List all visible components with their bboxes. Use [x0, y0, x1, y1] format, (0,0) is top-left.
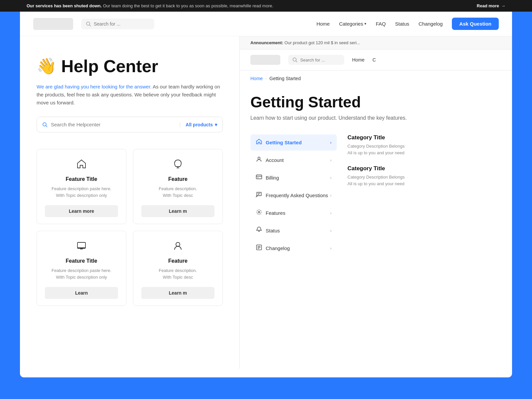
right-content-area: Getting Started › Accou: [240, 124, 512, 268]
card-3-title: Feature Title: [66, 258, 97, 264]
account-icon: [256, 156, 262, 164]
svg-point-2: [43, 123, 46, 126]
breadcrumb-separator: ·: [265, 76, 267, 81]
card-1-desc: Feature description paste here.With Topi…: [52, 186, 111, 199]
feature-cards-grid: Feature Title Feature description paste …: [37, 149, 223, 306]
arrow-icon: →: [501, 3, 505, 8]
card-1-title: Feature Title: [66, 176, 97, 182]
category-2-desc: Category Description BelongsAll is up to…: [347, 174, 501, 187]
products-label: All products: [186, 122, 213, 127]
right-nav-categories[interactable]: C: [372, 57, 376, 63]
nav-changelog[interactable]: Changelog: [419, 21, 443, 27]
right-search-icon: [292, 57, 298, 63]
logo: [33, 18, 73, 30]
sidebar-item-billing[interactable]: Billing ›: [250, 170, 337, 186]
sidebar-changelog-chevron: ›: [330, 246, 332, 251]
card-2-desc: Feature description.With Topic desc: [159, 186, 197, 199]
help-center-title: Help Center: [61, 56, 158, 76]
right-search-input[interactable]: [300, 58, 340, 63]
svg-point-0: [86, 22, 90, 25]
announcement-bar: Our services has been shuted down. Our t…: [0, 0, 532, 12]
breadcrumb-current: Getting Started: [269, 76, 301, 81]
header: Home Categories FAQ Status Changelog Ask…: [20, 12, 512, 36]
category-1-title: Category Title: [347, 134, 501, 141]
card-4-learn-more-button[interactable]: Learn m: [141, 287, 214, 299]
nav-status[interactable]: Status: [395, 21, 409, 27]
card-4-icon: [173, 240, 183, 253]
breadcrumb-home[interactable]: Home: [250, 76, 263, 81]
card-3-icon: [76, 240, 87, 253]
sidebar-item-status[interactable]: Status ›: [250, 222, 337, 239]
category-item-2: Category Title Category Description Belo…: [347, 165, 501, 187]
svg-point-18: [258, 211, 260, 213]
sidebar-changelog-label: Changelog: [266, 245, 290, 251]
category-2-title: Category Title: [347, 165, 501, 172]
helpcenter-search-icon: [42, 122, 48, 127]
sidebar-item-faq[interactable]: Frequently Asked Questions ›: [250, 187, 337, 203]
helpcenter-search-input[interactable]: [51, 122, 180, 127]
main-container: Home Categories FAQ Status Changelog Ask…: [20, 12, 512, 377]
products-dropdown[interactable]: All products ▾: [180, 122, 217, 127]
header-nav: Home Categories FAQ Status Changelog Ask…: [317, 18, 499, 30]
card-2-icon: [173, 159, 183, 172]
svg-point-12: [258, 157, 260, 159]
card-3-desc: Feature description paste here.With Topi…: [52, 267, 111, 280]
search-icon: [86, 21, 91, 27]
subtitle-blue: We are glad having you here looking for …: [37, 84, 152, 89]
svg-point-9: [176, 242, 180, 246]
right-logo: [250, 55, 280, 65]
announcement-bold: Our services has been shuted down.: [27, 3, 102, 8]
feature-card-3: Feature Title Feature description paste …: [37, 231, 126, 306]
changelog-icon: [256, 244, 262, 252]
right-panel: Announcement: Our product got 120 mil $ …: [239, 36, 512, 369]
dropdown-chevron-icon: ▾: [215, 122, 217, 127]
sidebar-account-label: Account: [266, 157, 284, 163]
sidebar-status-label: Status: [266, 228, 280, 233]
nav-home[interactable]: Home: [317, 21, 330, 27]
category-item-1: Category Title Category Description Belo…: [347, 134, 501, 156]
page-title: Getting Started: [250, 93, 501, 111]
sidebar-item-features[interactable]: Features ›: [250, 205, 337, 221]
category-content: Category Title Category Description Belo…: [347, 134, 501, 258]
helpcenter-search-box[interactable]: All products ▾: [37, 117, 223, 132]
read-more-link[interactable]: Read more →: [477, 3, 505, 8]
faq-icon: [256, 191, 262, 200]
svg-rect-13: [256, 175, 262, 179]
sidebar-features-chevron: ›: [330, 211, 332, 215]
announcement-body: Our team doing the best to get it back t…: [103, 3, 273, 8]
page-subtitle: Learn how to start using our product. Un…: [250, 115, 501, 121]
help-subtitle: We are glad having you here looking for …: [37, 83, 223, 107]
getting-started-icon: [256, 138, 262, 147]
sidebar-features-label: Features: [266, 210, 285, 216]
card-3-learn-more-button[interactable]: Learn: [45, 287, 118, 299]
header-search-input[interactable]: [94, 21, 144, 27]
sidebar-faq-label: Frequently Asked Questions: [266, 193, 328, 198]
category-1-desc: Category Description BelongsAll is up to…: [347, 143, 501, 156]
sidebar-getting-started-label: Getting Started: [266, 140, 302, 145]
status-icon: [256, 226, 262, 235]
svg-line-3: [46, 126, 47, 127]
sidebar-status-chevron: ›: [330, 228, 332, 233]
svg-point-10: [293, 58, 296, 61]
card-2-learn-more-button[interactable]: Learn m: [141, 205, 214, 217]
category-sidebar: Getting Started › Accou: [250, 134, 337, 258]
sidebar-item-changelog[interactable]: Changelog ›: [250, 240, 337, 256]
right-search-box[interactable]: [288, 55, 344, 65]
right-ann-label: Announcement:: [250, 40, 283, 45]
features-icon: [256, 209, 262, 217]
sidebar-item-getting-started[interactable]: Getting Started ›: [250, 134, 337, 151]
nav-faq[interactable]: FAQ: [376, 21, 386, 27]
header-search-box[interactable]: [81, 19, 154, 29]
ask-question-button[interactable]: Ask Question: [452, 18, 499, 30]
right-ann-body: Our product got 120 mil $ in seed seri..…: [285, 40, 360, 45]
right-announcement: Announcement: Our product got 120 mil $ …: [240, 36, 512, 50]
right-nav-home[interactable]: Home: [352, 57, 364, 63]
sidebar-faq-chevron: ›: [330, 193, 332, 198]
breadcrumb: Home · Getting Started: [240, 70, 512, 86]
right-nav: Home C: [240, 50, 512, 70]
card-1-learn-more-button[interactable]: Learn more: [45, 205, 118, 217]
nav-categories[interactable]: Categories: [339, 21, 367, 27]
card-4-desc: Feature description.With Topic desc: [159, 267, 197, 280]
sidebar-item-account[interactable]: Account ›: [250, 152, 337, 168]
feature-card-2: Feature Feature description.With Topic d…: [133, 149, 223, 224]
